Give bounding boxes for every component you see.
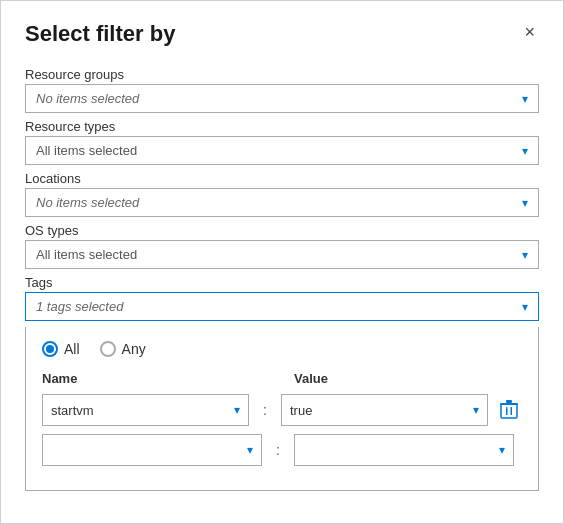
tags-label: Tags — [25, 275, 539, 290]
resource-groups-dropdown[interactable]: No items selected ▾ — [25, 84, 539, 113]
resource-types-value: All items selected — [36, 143, 137, 158]
tag-value-dropdown-2[interactable]: ▾ — [294, 434, 514, 466]
tag-separator-1: : — [257, 402, 273, 418]
tag-row: startvm ▾ : true ▾ — [42, 394, 522, 426]
os-types-value: All items selected — [36, 247, 137, 262]
locations-group: Locations No items selected ▾ — [25, 171, 539, 217]
radio-any-option[interactable]: Any — [100, 341, 146, 357]
svg-rect-4 — [506, 400, 512, 403]
locations-value: No items selected — [36, 195, 139, 210]
tag-name-dropdown-1[interactable]: startvm ▾ — [42, 394, 249, 426]
tags-chevron-icon: ▾ — [522, 300, 528, 314]
radio-any-circle — [100, 341, 116, 357]
radio-all-option[interactable]: All — [42, 341, 80, 357]
tag-name-chevron-icon-2: ▾ — [247, 443, 253, 457]
col-name-header: Name — [42, 371, 262, 386]
radio-any-label: Any — [122, 341, 146, 357]
svg-rect-1 — [506, 407, 508, 415]
radio-all-circle — [42, 341, 58, 357]
svg-rect-3 — [500, 403, 518, 405]
tag-value-chevron-icon-1: ▾ — [473, 403, 479, 417]
os-types-chevron-icon: ▾ — [522, 248, 528, 262]
radio-all-inner — [46, 345, 54, 353]
tag-value-dropdown-1[interactable]: true ▾ — [281, 394, 488, 426]
radio-group: All Any — [42, 341, 522, 357]
locations-label: Locations — [25, 171, 539, 186]
tag-column-headers: Name Value — [42, 371, 522, 386]
tags-value: 1 tags selected — [36, 299, 123, 314]
col-value-header: Value — [294, 371, 514, 386]
dialog-header: Select filter by × — [25, 21, 539, 47]
resource-types-dropdown[interactable]: All items selected ▾ — [25, 136, 539, 165]
trash-icon — [500, 400, 518, 420]
tag-value-value-1: true — [290, 403, 312, 418]
os-types-group: OS types All items selected ▾ — [25, 223, 539, 269]
tag-name-dropdown-2[interactable]: ▾ — [42, 434, 262, 466]
resource-groups-value: No items selected — [36, 91, 139, 106]
resource-groups-chevron-icon: ▾ — [522, 92, 528, 106]
tags-dropdown[interactable]: 1 tags selected ▾ — [25, 292, 539, 321]
locations-dropdown[interactable]: No items selected ▾ — [25, 188, 539, 217]
tags-group: Tags 1 tags selected ▾ — [25, 275, 539, 321]
resource-types-label: Resource types — [25, 119, 539, 134]
os-types-dropdown[interactable]: All items selected ▾ — [25, 240, 539, 269]
resource-types-chevron-icon: ▾ — [522, 144, 528, 158]
svg-rect-2 — [511, 407, 513, 415]
tag-value-chevron-icon-2: ▾ — [499, 443, 505, 457]
delete-tag-button-1[interactable] — [496, 398, 522, 422]
locations-chevron-icon: ▾ — [522, 196, 528, 210]
dialog-title: Select filter by — [25, 21, 175, 47]
tag-name-value-1: startvm — [51, 403, 94, 418]
close-button[interactable]: × — [520, 21, 539, 43]
resource-types-group: Resource types All items selected ▾ — [25, 119, 539, 165]
os-types-label: OS types — [25, 223, 539, 238]
select-filter-dialog: Select filter by × Resource groups No it… — [0, 0, 564, 524]
tags-panel: All Any Name Value startvm ▾ : true ▾ — [25, 327, 539, 491]
tag-separator-2: : — [270, 442, 286, 458]
resource-groups-label: Resource groups — [25, 67, 539, 82]
tag-name-chevron-icon-1: ▾ — [234, 403, 240, 417]
svg-rect-0 — [501, 404, 517, 418]
tag-row-empty: ▾ : ▾ — [42, 434, 522, 466]
radio-all-label: All — [64, 341, 80, 357]
resource-groups-group: Resource groups No items selected ▾ — [25, 67, 539, 113]
